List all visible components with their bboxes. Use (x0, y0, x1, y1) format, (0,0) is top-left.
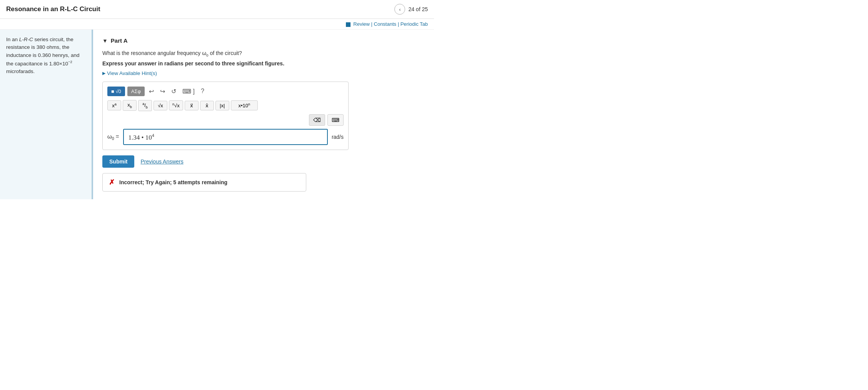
backspace-icon: ⌫ (313, 117, 321, 123)
submit-button[interactable]: Submit (102, 155, 134, 168)
hint-arrow-icon: ▶ (102, 71, 105, 76)
page-title: Resonance in an R-L-C Circuit (6, 5, 100, 13)
subscript-btn[interactable]: xb (123, 100, 137, 111)
hat-btn[interactable]: x̂ (200, 101, 214, 110)
hint-link-label: View Available Hint(s) (107, 70, 157, 76)
math-mode-btn[interactable]: ■ √0 (107, 87, 125, 96)
keyboard-btn[interactable]: ⌨ (327, 114, 344, 126)
exponent: −2 (68, 60, 72, 64)
hint-link[interactable]: ▶ View Available Hint(s) (102, 70, 425, 76)
question-text: What is the resonance angular frequency … (102, 50, 425, 57)
review-link[interactable]: Review (353, 21, 370, 27)
answer-label: ω0 = (107, 133, 119, 141)
sqrt-icon: ■ √0 (111, 88, 121, 94)
help-btn[interactable]: ? (199, 87, 206, 96)
refresh-btn[interactable]: ↺ (169, 87, 178, 96)
separator1: | (371, 21, 374, 27)
abs-btn[interactable]: |x| (215, 101, 229, 110)
header: Resonance in an R-L-C Circuit ‹ 24 of 25 (0, 0, 434, 19)
periodic-link[interactable]: Periodic Tab (401, 21, 428, 27)
question-instruction: Express your answer in radians per secon… (102, 60, 425, 67)
delete-btn[interactable]: ⌫ (309, 114, 325, 126)
redo-btn[interactable]: ↪ (158, 87, 167, 96)
symbol-mode-btn[interactable]: AΣφ (127, 87, 145, 96)
part-title: Part A (111, 37, 128, 44)
problem-description: In an L-R-C series circuit, the resistan… (6, 36, 85, 75)
nav-counter: 24 of 25 (408, 6, 428, 12)
math-toolbar-top: ■ √0 AΣφ ↩ ↪ ↺ ⌨ ] ? (107, 87, 344, 96)
nthroot-btn[interactable]: n√x (169, 100, 183, 110)
separator2: | (398, 21, 401, 27)
math-input-container: ■ √0 AΣφ ↩ ↪ ↺ ⌨ ] ? xa xb a/b √x n√x (102, 82, 349, 150)
constants-link[interactable]: Constants (374, 21, 397, 27)
math-keyboard-row: ⌫ ⌨ (107, 114, 344, 126)
submit-row: Submit Previous Answers (102, 155, 425, 168)
error-icon: ✗ (109, 178, 115, 187)
right-panel: ▼ Part A What is the resonance angular f… (93, 30, 434, 199)
chevron-left-icon: ‹ (399, 7, 401, 12)
error-message: Incorrect; Try Again; 5 attempts remaini… (119, 179, 227, 185)
sigma-icon: AΣφ (131, 88, 141, 94)
keyboard-icon: ⌨ ] (182, 88, 195, 95)
keyboard-icon2: ⌨ (332, 117, 339, 123)
previous-answers-link[interactable]: Previous Answers (140, 158, 183, 165)
navigation: ‹ 24 of 25 (394, 4, 428, 15)
vector-btn[interactable]: x⃗ (185, 101, 199, 110)
part-header: ▼ Part A (102, 37, 425, 44)
prev-button[interactable]: ‹ (394, 4, 405, 15)
undo-btn[interactable]: ↩ (147, 87, 156, 96)
answer-unit: rad/s (332, 134, 344, 140)
part-collapse-arrow[interactable]: ▼ (102, 38, 108, 44)
main-layout: In an L-R-C series circuit, the resistan… (0, 30, 434, 199)
math-toolbar-symbols: xa xb a/b √x n√x x⃗ x̂ |x| x•10n (107, 100, 344, 111)
keyboard-toggle-btn[interactable]: ⌨ ] (180, 87, 197, 96)
fraction-btn[interactable]: a/b (138, 100, 152, 111)
left-panel: In an L-R-C series circuit, the resistan… (0, 30, 92, 199)
answer-row: ω0 = 1.34 • 104 rad/s (107, 129, 344, 145)
superscript-btn[interactable]: xa (107, 100, 121, 110)
error-box: ✗ Incorrect; Try Again; 5 attempts remai… (102, 173, 306, 192)
book-icon (346, 22, 351, 27)
circuit-name: L-R-C (19, 37, 33, 42)
sqrt-btn[interactable]: √x (154, 101, 167, 110)
answer-input[interactable]: 1.34 • 104 (123, 129, 328, 145)
toolbar-links: Review | Constants | Periodic Tab (0, 19, 434, 30)
sci-notation-btn[interactable]: x•10n (231, 100, 258, 110)
